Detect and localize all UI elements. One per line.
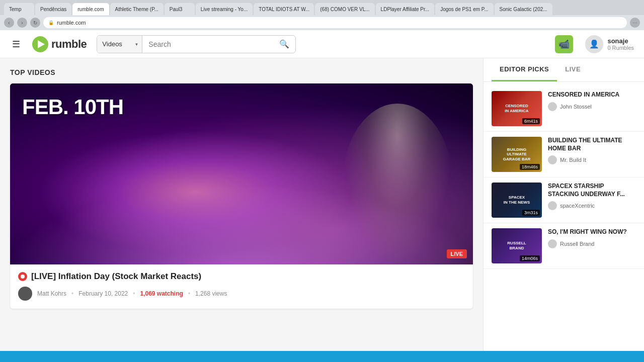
page-content: ☰ rumble Videos Channels 🔍 📹 👤 s xyxy=(0,30,644,351)
sidebar-thumb-1: CENSOREDin America 6m41s xyxy=(492,91,542,126)
main-content: TOP VIDEOS FEB. 10TH LIVE [LIV xyxy=(0,58,483,351)
duration-4: 14m06s xyxy=(520,255,540,261)
logo[interactable]: rumble xyxy=(32,36,87,52)
sidebar-tabs: EDITOR PICKS LIVE xyxy=(484,58,644,82)
right-sidebar: EDITOR PICKS LIVE CENSOREDin America 6m4… xyxy=(483,58,644,351)
search-type-wrapper: Videos Channels xyxy=(97,36,142,53)
go-live-button[interactable]: 📹 xyxy=(553,33,575,55)
search-input[interactable] xyxy=(142,36,273,53)
featured-video[interactable]: FEB. 10TH LIVE [LIVE] Inflation Day (Sto… xyxy=(10,83,473,309)
sidebar-item-title-1: Censored in America xyxy=(548,91,636,99)
browser-tab-idiots[interactable]: TOTAL IDIOTS AT W... xyxy=(254,3,314,15)
section-title: TOP VIDEOS xyxy=(10,68,473,76)
sidebar-item-author-1: John Stossel xyxy=(548,102,636,111)
search-button[interactable]: 🔍 xyxy=(273,36,295,53)
user-info: sonaje 0 Rumbles xyxy=(607,37,634,51)
video-date: February 10, 2022 xyxy=(78,290,128,297)
browser-toolbar: ‹ › ↻ 🔒 rumble.com ⋯ xyxy=(0,15,644,30)
sidebar-item-author-3: spaceXcentric xyxy=(548,201,636,210)
reload-button[interactable]: ↻ xyxy=(30,18,40,28)
author-avatar-4 xyxy=(548,239,557,248)
username: sonaje xyxy=(607,37,634,45)
back-button[interactable]: ‹ xyxy=(4,18,14,28)
browser-tab-jogos[interactable]: Jogos de PS1 em P... xyxy=(435,3,493,15)
sidebar-item-author-4: Russell Brand xyxy=(548,239,636,248)
browser-tab-athletic[interactable]: Athletic Theme (P... xyxy=(110,3,164,15)
tab-live[interactable]: LIVE xyxy=(557,58,589,81)
featured-meta: Matt Kohrs • February 10, 2022 • 1,069 w… xyxy=(18,287,465,301)
avatar: 👤 xyxy=(585,35,603,53)
browser-tab-rumble[interactable]: rumble.com xyxy=(72,3,109,15)
extensions-button[interactable]: ⋯ xyxy=(630,18,640,28)
author-avatar-2 xyxy=(548,155,557,164)
browser-tab-paul3[interactable]: Paul3 xyxy=(165,3,195,15)
forward-button[interactable]: › xyxy=(17,18,27,28)
sidebar-item-title-2: BUILDING THE ULTIMATE HOME BAR xyxy=(548,137,636,152)
featured-title-overlay: FEB. 10TH xyxy=(10,83,135,131)
sidebar-item-info-3: SpaceX Starship Stacking Underway F... s… xyxy=(548,183,636,210)
rumbles-count: 0 Rumbles xyxy=(607,45,634,51)
sidebar-item-4[interactable]: RUSSELLBRAND 14m06s So, I'm Right Wing N… xyxy=(484,223,644,269)
search-container: Videos Channels 🔍 xyxy=(97,35,296,53)
address-text: rumble.com xyxy=(57,20,86,26)
sidebar-thumb-2: BUILDINGULTIMATEGARAGE BAR 18m46s xyxy=(492,137,542,172)
views-count: 1,268 views xyxy=(195,290,227,297)
featured-info: [LIVE] Inflation Day (Stock Market React… xyxy=(10,264,473,309)
sidebar-item-3[interactable]: SpaceXIN THE NEWS 3m31s SpaceX Starship … xyxy=(484,177,644,223)
logo-text: rumble xyxy=(51,38,87,51)
browser-tab-sonic[interactable]: Sonic Galactic (202... xyxy=(495,3,552,15)
browser-tab-ldplayer[interactable]: LDPlayer Affiliate Pr... xyxy=(376,3,435,15)
main-layout: TOP VIDEOS FEB. 10TH LIVE [LIV xyxy=(0,58,644,351)
browser-tab-como[interactable]: (68) COMO VER VL... xyxy=(315,3,374,15)
duration-1: 6m41s xyxy=(522,118,540,124)
sidebar-item-2[interactable]: BUILDINGULTIMATEGARAGE BAR 18m46s BUILDI… xyxy=(484,132,644,177)
live-dot xyxy=(18,272,27,281)
lock-icon: 🔒 xyxy=(48,20,54,25)
duration-3: 3m31s xyxy=(522,210,540,216)
browser-tab-livestream[interactable]: Live streaming - Yo... xyxy=(196,3,253,15)
live-badge: LIVE xyxy=(447,249,467,258)
author-avatar xyxy=(18,287,32,301)
search-type-select[interactable]: Videos Channels xyxy=(97,36,142,53)
tab-editor-picks[interactable]: EDITOR PICKS xyxy=(492,58,557,81)
address-bar[interactable]: 🔒 rumble.com xyxy=(43,17,627,28)
author-name: Matt Kohrs xyxy=(37,290,66,297)
duration-2: 18m46s xyxy=(520,164,540,170)
play-icon xyxy=(38,40,45,48)
sidebar-item-info-4: So, I'm Right Wing Now? Russell Brand xyxy=(548,228,636,248)
featured-video-title: [LIVE] Inflation Day (Stock Market React… xyxy=(18,272,465,282)
sidebar-item-info-1: Censored in America John Stossel xyxy=(548,91,636,111)
browser-tabs: Temp Pendências rumble.com Athletic Them… xyxy=(0,0,644,15)
sidebar-item-1[interactable]: CENSOREDin America 6m41s Censored in Ame… xyxy=(484,86,644,132)
sidebar-item-author-2: Mr. Build It xyxy=(548,155,636,164)
sidebar-items: CENSOREDin America 6m41s Censored in Ame… xyxy=(484,82,644,351)
watching-count: 1,069 watching xyxy=(140,290,183,297)
camera-icon: 📹 xyxy=(555,35,573,53)
sidebar-item-title-3: SpaceX Starship Stacking Underway F... xyxy=(548,183,636,198)
sidebar-item-title-4: So, I'm Right Wing Now? xyxy=(548,228,636,236)
author-avatar-3 xyxy=(548,201,557,210)
user-area[interactable]: 👤 sonaje 0 Rumbles xyxy=(585,35,634,53)
sidebar-thumb-4: RUSSELLBRAND 14m06s xyxy=(492,228,542,263)
browser-tab-temp[interactable]: Temp xyxy=(4,3,34,15)
hamburger-button[interactable]: ☰ xyxy=(10,37,22,52)
navbar: ☰ rumble Videos Channels 🔍 📹 👤 s xyxy=(0,30,644,58)
sidebar-thumb-3: SpaceXIN THE NEWS 3m31s xyxy=(492,183,542,218)
sidebar-item-info-2: BUILDING THE ULTIMATE HOME BAR Mr. Build… xyxy=(548,137,636,164)
browser-tab-pendencias[interactable]: Pendências xyxy=(35,3,71,15)
featured-thumbnail: FEB. 10TH LIVE xyxy=(10,83,473,264)
author-avatar-1 xyxy=(548,102,557,111)
logo-icon xyxy=(32,36,48,52)
